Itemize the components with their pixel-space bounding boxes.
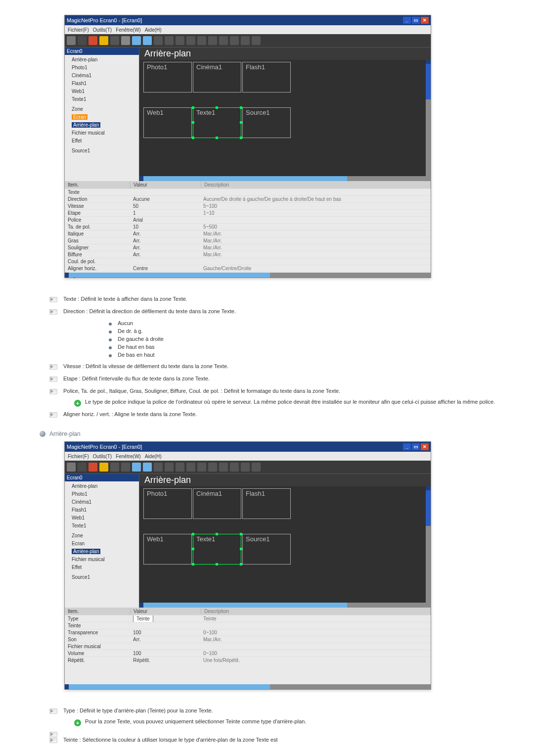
zone-texte-selected[interactable]: Texte1 — [193, 534, 241, 565]
window-title: MagicNetPro Ecran0 - [Ecran0] — [67, 17, 142, 23]
zone-texte-selected[interactable]: Texte1 — [193, 107, 241, 138]
toolbar-icon[interactable] — [252, 463, 261, 472]
tree-item[interactable]: Texte1 — [72, 522, 139, 530]
toolbar-icon[interactable] — [208, 463, 217, 472]
tree-item[interactable]: Zone — [72, 532, 139, 540]
toolbar-icon[interactable] — [154, 463, 163, 472]
tree-item[interactable]: Source1 — [72, 573, 139, 581]
toolbar-icon[interactable] — [165, 463, 174, 472]
tree-root[interactable]: Ecran0 — [65, 474, 139, 481]
toolbar-icon[interactable] — [186, 36, 195, 45]
toolbar-icon[interactable] — [121, 463, 130, 472]
tree-item[interactable]: Photo1 — [72, 64, 139, 72]
menu-file[interactable]: Fichier(F) — [68, 27, 89, 33]
toolbar-icon[interactable] — [143, 36, 152, 45]
toolbar-icon[interactable] — [132, 36, 141, 45]
tree-item[interactable]: Web1 — [72, 514, 139, 522]
window-close-icon[interactable]: ✕ — [421, 443, 429, 450]
tree-item[interactable]: Flash1 — [72, 80, 139, 88]
toolbar-icon[interactable] — [197, 36, 206, 45]
toolbar-icon[interactable] — [78, 36, 87, 45]
zone-web[interactable]: Web1 — [143, 534, 192, 565]
toolbar-icon[interactable] — [67, 463, 76, 472]
toolbar-icon[interactable] — [154, 36, 163, 45]
zone-photo[interactable]: Photo1 — [143, 488, 192, 519]
menu-help[interactable]: Aide(H) — [145, 27, 162, 33]
tree-item-selected[interactable]: Ecran — [72, 114, 88, 120]
menu-tools[interactable]: Outils(T) — [93, 454, 112, 459]
tree-item[interactable]: Arrière-plan — [72, 56, 139, 64]
scrollbar-horizontal[interactable] — [65, 684, 431, 689]
toolbar-icon[interactable] — [197, 463, 206, 472]
tree-item[interactable]: Web1 — [72, 88, 139, 95]
tree-item[interactable]: Source1 — [72, 147, 139, 155]
window-min-icon[interactable]: _ — [403, 17, 411, 24]
tree-item[interactable]: Flash1 — [72, 506, 139, 514]
tree-item[interactable]: Ecran — [72, 540, 139, 548]
tree-item[interactable]: Cinéma1 — [72, 498, 139, 506]
toolbar-icon[interactable] — [165, 36, 174, 45]
window-max-icon[interactable]: ▭ — [412, 443, 420, 450]
toolbar-icon[interactable] — [230, 463, 239, 472]
canvas[interactable]: Photo1 Cinéma1 Flash1 Web1 Texte1 Source… — [139, 486, 431, 603]
tree-item-selected[interactable]: Arrière-plan — [72, 122, 100, 128]
scrollbar-horizontal[interactable] — [139, 603, 431, 608]
scrollbar-horizontal[interactable] — [139, 176, 431, 181]
toolbar-icon[interactable] — [110, 36, 119, 45]
zone-source[interactable]: Source1 — [242, 107, 291, 138]
tree-item[interactable]: Texte1 — [72, 95, 139, 103]
menu-window[interactable]: Fenêtre(W) — [116, 454, 141, 459]
toolbar-icon[interactable] — [143, 463, 152, 472]
menu-tools[interactable]: Outils(T) — [93, 27, 112, 33]
toolbar-icon[interactable] — [121, 36, 130, 45]
toolbar-icon[interactable] — [230, 36, 239, 45]
toolbar-icon[interactable] — [176, 36, 184, 45]
window-close-icon[interactable]: ✕ — [421, 17, 429, 24]
tree-item[interactable]: Effet — [72, 564, 139, 571]
tree-root[interactable]: Ecran0 — [65, 47, 139, 55]
zone-cinema[interactable]: Cinéma1 — [193, 488, 241, 519]
toolbar-icon[interactable] — [241, 36, 250, 45]
zone-web[interactable]: Web1 — [143, 107, 192, 138]
zone-flash[interactable]: Flash1 — [242, 488, 291, 519]
toolbar-icon[interactable] — [78, 463, 87, 472]
toolbar-icon[interactable] — [176, 463, 184, 472]
tree-item[interactable]: Cinéma1 — [72, 72, 139, 80]
toolbar-icon[interactable] — [208, 36, 217, 45]
menu-window[interactable]: Fenêtre(W) — [116, 27, 141, 33]
toolbar-icon[interactable] — [110, 463, 119, 472]
tree-item[interactable]: Arrière-plan — [72, 482, 139, 490]
tree-item-selected[interactable]: Arrière-plan — [72, 549, 100, 554]
toolbar-icon[interactable] — [67, 36, 76, 45]
toolbar-icon[interactable] — [252, 36, 261, 45]
window-min-icon[interactable]: _ — [403, 443, 411, 450]
property-row: Volume1000~100 — [65, 650, 431, 657]
toolbar-icon[interactable] — [241, 463, 250, 472]
toolbar-icon[interactable] — [99, 463, 108, 472]
toolbar-icon[interactable] — [219, 463, 228, 472]
dir-option: De gauche à droite — [109, 335, 509, 343]
tree-item[interactable]: Fichier musical — [72, 556, 139, 564]
menu-file[interactable]: Fichier(F) — [68, 454, 89, 459]
tree-item[interactable]: Effet — [72, 137, 139, 145]
toolbar-icon[interactable] — [186, 463, 195, 472]
tree-item[interactable]: Fichier musical — [72, 129, 139, 137]
zone-flash[interactable]: Flash1 — [242, 62, 291, 93]
tree-item[interactable]: Zone — [72, 105, 139, 113]
toolbar-icon[interactable] — [89, 36, 97, 45]
zone-cinema[interactable]: Cinéma1 — [193, 62, 241, 93]
zone-photo[interactable]: Photo1 — [143, 62, 192, 93]
scrollbar-vertical[interactable] — [426, 60, 431, 176]
scrollbar-vertical[interactable] — [426, 486, 431, 603]
toolbar — [65, 34, 431, 47]
tree-item[interactable]: Photo1 — [72, 490, 139, 498]
toolbar-icon[interactable] — [132, 463, 141, 472]
toolbar-icon[interactable] — [89, 463, 97, 472]
menu-help[interactable]: Aide(H) — [145, 454, 162, 459]
window-max-icon[interactable]: ▭ — [412, 17, 420, 24]
toolbar-icon[interactable] — [99, 36, 108, 45]
toolbar-icon[interactable] — [219, 36, 228, 45]
property-value-input[interactable]: Teinte — [133, 615, 153, 622]
zone-source[interactable]: Source1 — [242, 534, 291, 565]
canvas[interactable]: Photo1 Cinéma1 Flash1 Web1 Texte1 Source… — [139, 60, 431, 176]
